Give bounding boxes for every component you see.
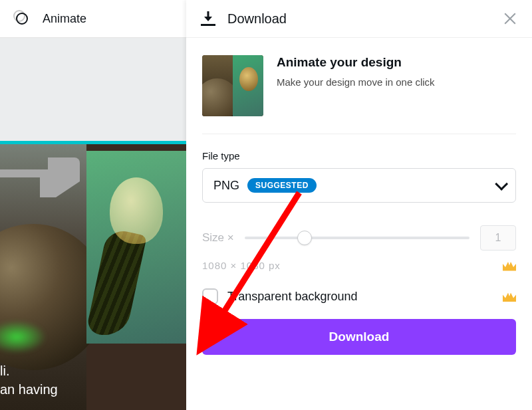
promo-heading: Animate your design (277, 55, 435, 70)
animate-promo[interactable]: Animate your design Make your design mov… (202, 55, 516, 134)
suggested-badge: SUGGESTED (247, 178, 317, 193)
size-label: Size × (202, 231, 234, 245)
promo-text: Animate your design Make your design mov… (277, 55, 435, 116)
size-slider-thumb[interactable] (297, 231, 312, 245)
animate-button-label[interactable]: Animate (43, 12, 86, 26)
canvas-area: li. an having (0, 38, 186, 410)
faucet-graphic (0, 157, 80, 197)
editor-left-area: Animate li. an having (0, 0, 186, 410)
download-panel-title: Download (227, 11, 491, 27)
filetype-select[interactable]: PNG SUGGESTED (202, 168, 516, 203)
canvas-text-line2: an having (0, 382, 58, 397)
canvas-text-line1: li. (0, 363, 9, 379)
canvas-image-right (86, 151, 186, 344)
download-icon (201, 11, 215, 26)
download-button[interactable]: Download (202, 319, 516, 355)
design-canvas[interactable]: li. an having (0, 141, 186, 410)
person-hair (86, 228, 147, 340)
promo-subtext: Make your design move in one click (277, 76, 435, 88)
filetype-value: PNG (213, 179, 239, 193)
transparent-bg-label: Transparent background (227, 290, 493, 304)
transparent-bg-checkbox[interactable] (202, 288, 218, 304)
close-icon[interactable] (503, 11, 517, 26)
download-panel: Download Animate your design Make your d… (186, 0, 532, 410)
download-panel-header: Download (186, 0, 532, 38)
transparent-bg-row: Transparent background (202, 288, 516, 304)
chevron-down-icon (495, 177, 508, 191)
crown-icon (503, 291, 516, 302)
size-row: Size × (202, 225, 516, 251)
top-toolbar-left: Animate (0, 0, 186, 38)
size-input[interactable] (480, 225, 516, 251)
crown-icon (503, 260, 516, 271)
filetype-label: File type (202, 150, 516, 161)
download-panel-body: Animate your design Make your design mov… (186, 38, 532, 355)
size-slider[interactable] (245, 237, 469, 239)
animate-icon[interactable] (13, 10, 31, 27)
dimensions-row: 1080 × 1080 px (202, 260, 516, 271)
promo-thumbnail (202, 55, 263, 116)
canvas-image-left (0, 144, 86, 410)
dimensions-text: 1080 × 1080 px (202, 260, 281, 271)
person-face (110, 177, 163, 244)
